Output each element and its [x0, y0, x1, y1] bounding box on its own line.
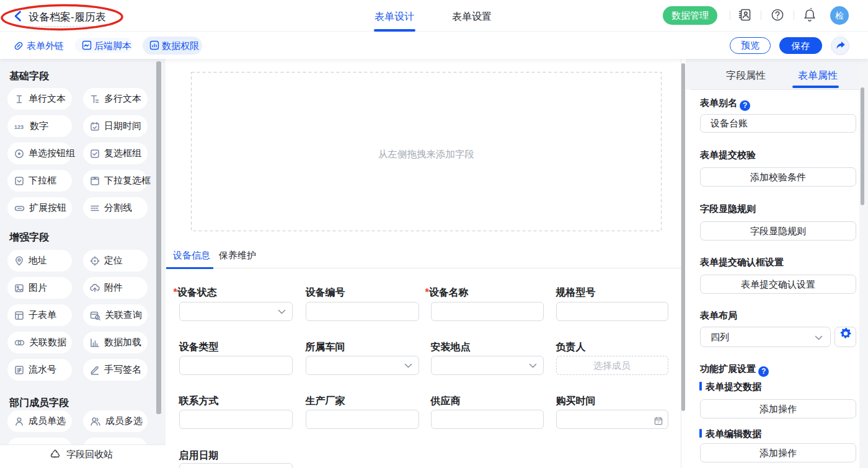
svg-text:7: 7	[657, 420, 660, 424]
svg-text:123: 123	[14, 124, 24, 130]
